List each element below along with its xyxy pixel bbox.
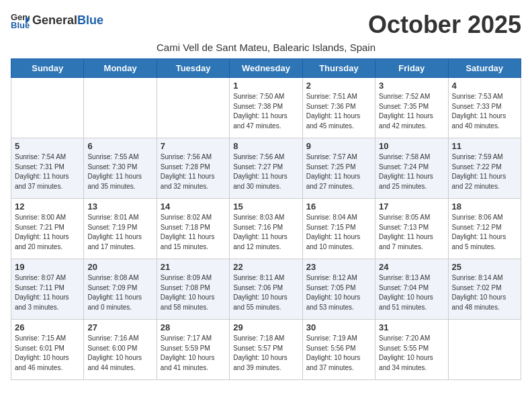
calendar-week-2: 5Sunrise: 7:54 AM Sunset: 7:31 PM Daylig…: [11, 138, 521, 199]
calendar-cell: 5Sunrise: 7:54 AM Sunset: 7:31 PM Daylig…: [11, 138, 84, 199]
day-number: 5: [15, 141, 80, 151]
cell-info: Sunrise: 7:59 AM Sunset: 7:22 PM Dayligh…: [452, 153, 506, 190]
calendar-cell: 8Sunrise: 7:56 AM Sunset: 7:27 PM Daylig…: [230, 138, 302, 199]
calendar-cell: 20Sunrise: 8:08 AM Sunset: 7:09 PM Dayli…: [84, 259, 157, 320]
calendar-cell: [84, 78, 157, 138]
calendar-cell: 14Sunrise: 8:02 AM Sunset: 7:18 PM Dayli…: [157, 199, 229, 259]
day-number: 16: [306, 201, 371, 212]
calendar-cell: [448, 320, 521, 380]
cell-info: Sunrise: 7:51 AM Sunset: 7:36 PM Dayligh…: [306, 93, 361, 130]
calendar-cell: 7Sunrise: 7:56 AM Sunset: 7:28 PM Daylig…: [157, 138, 229, 199]
cell-info: Sunrise: 8:04 AM Sunset: 7:15 PM Dayligh…: [306, 214, 361, 250]
day-header-thursday: Thursday: [302, 59, 375, 78]
day-header-saturday: Saturday: [448, 59, 521, 78]
cell-info: Sunrise: 7:16 AM Sunset: 6:00 PM Dayligh…: [87, 334, 142, 371]
calendar-cell: 23Sunrise: 8:12 AM Sunset: 7:05 PM Dayli…: [302, 259, 375, 320]
days-header-row: SundayMondayTuesdayWednesdayThursdayFrid…: [11, 59, 521, 78]
calendar-cell: 18Sunrise: 8:06 AM Sunset: 7:12 PM Dayli…: [448, 199, 521, 259]
day-number: 4: [452, 81, 517, 91]
cell-info: Sunrise: 8:14 AM Sunset: 7:02 PM Dayligh…: [452, 274, 506, 311]
cell-info: Sunrise: 8:03 AM Sunset: 7:16 PM Dayligh…: [233, 214, 287, 250]
day-number: 17: [379, 201, 444, 212]
day-number: 11: [452, 141, 517, 151]
month-title: October 2025: [368, 11, 521, 39]
calendar-body: 1Sunrise: 7:50 AM Sunset: 7:38 PM Daylig…: [11, 78, 521, 380]
day-header-wednesday: Wednesday: [230, 59, 302, 78]
day-number: 14: [161, 201, 226, 212]
cell-info: Sunrise: 7:50 AM Sunset: 7:38 PM Dayligh…: [233, 93, 287, 130]
calendar-cell: 15Sunrise: 8:03 AM Sunset: 7:16 PM Dayli…: [230, 199, 302, 259]
calendar-cell: 19Sunrise: 8:07 AM Sunset: 7:11 PM Dayli…: [11, 259, 84, 320]
calendar-cell: 22Sunrise: 8:11 AM Sunset: 7:06 PM Dayli…: [230, 259, 302, 320]
day-number: 7: [161, 141, 226, 151]
day-number: 27: [87, 322, 152, 332]
day-header-tuesday: Tuesday: [157, 59, 229, 78]
cell-info: Sunrise: 7:58 AM Sunset: 7:24 PM Dayligh…: [379, 153, 433, 190]
day-number: 21: [161, 262, 226, 272]
calendar-cell: 30Sunrise: 7:19 AM Sunset: 5:56 PM Dayli…: [302, 320, 375, 380]
day-header-friday: Friday: [375, 59, 448, 78]
calendar-cell: 1Sunrise: 7:50 AM Sunset: 7:38 PM Daylig…: [230, 78, 302, 138]
calendar-cell: 27Sunrise: 7:16 AM Sunset: 6:00 PM Dayli…: [84, 320, 157, 380]
calendar-cell: 6Sunrise: 7:55 AM Sunset: 7:30 PM Daylig…: [84, 138, 157, 199]
day-number: 23: [306, 262, 371, 272]
calendar-week-3: 12Sunrise: 8:00 AM Sunset: 7:21 PM Dayli…: [11, 199, 521, 259]
day-number: 26: [15, 322, 80, 332]
cell-info: Sunrise: 8:11 AM Sunset: 7:06 PM Dayligh…: [233, 274, 287, 311]
cell-info: Sunrise: 7:53 AM Sunset: 7:33 PM Dayligh…: [452, 93, 506, 130]
calendar-cell: 24Sunrise: 8:13 AM Sunset: 7:04 PM Dayli…: [375, 259, 448, 320]
calendar-week-1: 1Sunrise: 7:50 AM Sunset: 7:38 PM Daylig…: [11, 78, 521, 138]
cell-info: Sunrise: 8:06 AM Sunset: 7:12 PM Dayligh…: [452, 214, 506, 250]
day-number: 22: [233, 262, 298, 272]
cell-info: Sunrise: 7:56 AM Sunset: 7:27 PM Dayligh…: [233, 153, 287, 190]
cell-info: Sunrise: 7:15 AM Sunset: 6:01 PM Dayligh…: [15, 334, 69, 371]
cell-info: Sunrise: 7:56 AM Sunset: 7:28 PM Dayligh…: [161, 153, 215, 190]
calendar-cell: [11, 78, 84, 138]
calendar-cell: 28Sunrise: 7:17 AM Sunset: 5:59 PM Dayli…: [157, 320, 229, 380]
calendar-cell: [157, 78, 229, 138]
location-title: Cami Vell de Sant Mateu, Balearic Island…: [11, 42, 521, 53]
day-number: 9: [306, 141, 371, 151]
calendar-cell: 11Sunrise: 7:59 AM Sunset: 7:22 PM Dayli…: [448, 138, 521, 199]
logo: General Blue GeneralBlue: [11, 11, 103, 30]
calendar-week-5: 26Sunrise: 7:15 AM Sunset: 6:01 PM Dayli…: [11, 320, 521, 380]
cell-info: Sunrise: 7:17 AM Sunset: 5:59 PM Dayligh…: [161, 334, 215, 371]
day-number: 28: [161, 322, 226, 332]
day-header-monday: Monday: [84, 59, 157, 78]
day-number: 6: [87, 141, 152, 151]
calendar-cell: 4Sunrise: 7:53 AM Sunset: 7:33 PM Daylig…: [448, 78, 521, 138]
calendar-cell: 12Sunrise: 8:00 AM Sunset: 7:21 PM Dayli…: [11, 199, 84, 259]
cell-info: Sunrise: 8:09 AM Sunset: 7:08 PM Dayligh…: [161, 274, 215, 311]
header: General Blue GeneralBlue October 2025: [11, 11, 521, 39]
cell-info: Sunrise: 8:13 AM Sunset: 7:04 PM Dayligh…: [379, 274, 433, 311]
calendar-cell: 16Sunrise: 8:04 AM Sunset: 7:15 PM Dayli…: [302, 199, 375, 259]
calendar-cell: 17Sunrise: 8:05 AM Sunset: 7:13 PM Dayli…: [375, 199, 448, 259]
cell-info: Sunrise: 7:18 AM Sunset: 5:57 PM Dayligh…: [233, 334, 287, 371]
day-number: 3: [379, 81, 444, 91]
cell-info: Sunrise: 8:08 AM Sunset: 7:09 PM Dayligh…: [87, 274, 142, 311]
calendar-cell: 25Sunrise: 8:14 AM Sunset: 7:02 PM Dayli…: [448, 259, 521, 320]
calendar-cell: 3Sunrise: 7:52 AM Sunset: 7:35 PM Daylig…: [375, 78, 448, 138]
calendar-cell: 9Sunrise: 7:57 AM Sunset: 7:25 PM Daylig…: [302, 138, 375, 199]
cell-info: Sunrise: 7:54 AM Sunset: 7:31 PM Dayligh…: [15, 153, 69, 190]
calendar-cell: 31Sunrise: 7:20 AM Sunset: 5:55 PM Dayli…: [375, 320, 448, 380]
cell-info: Sunrise: 7:57 AM Sunset: 7:25 PM Dayligh…: [306, 153, 361, 190]
cell-info: Sunrise: 7:20 AM Sunset: 5:55 PM Dayligh…: [379, 334, 433, 371]
calendar-table: SundayMondayTuesdayWednesdayThursdayFrid…: [11, 58, 521, 380]
cell-info: Sunrise: 8:05 AM Sunset: 7:13 PM Dayligh…: [379, 214, 433, 250]
day-number: 10: [379, 141, 444, 151]
day-number: 24: [379, 262, 444, 272]
calendar-cell: 26Sunrise: 7:15 AM Sunset: 6:01 PM Dayli…: [11, 320, 84, 380]
day-number: 2: [306, 81, 371, 91]
day-number: 20: [87, 262, 152, 272]
cell-info: Sunrise: 7:55 AM Sunset: 7:30 PM Dayligh…: [87, 153, 142, 190]
day-number: 12: [15, 201, 80, 212]
cell-info: Sunrise: 7:19 AM Sunset: 5:56 PM Dayligh…: [306, 334, 361, 371]
day-number: 1: [233, 81, 298, 91]
day-number: 15: [233, 201, 298, 212]
day-number: 30: [306, 322, 371, 332]
calendar-week-4: 19Sunrise: 8:07 AM Sunset: 7:11 PM Dayli…: [11, 259, 521, 320]
cell-info: Sunrise: 8:00 AM Sunset: 7:21 PM Dayligh…: [15, 214, 69, 250]
day-number: 25: [452, 262, 517, 272]
calendar-cell: 29Sunrise: 7:18 AM Sunset: 5:57 PM Dayli…: [230, 320, 302, 380]
